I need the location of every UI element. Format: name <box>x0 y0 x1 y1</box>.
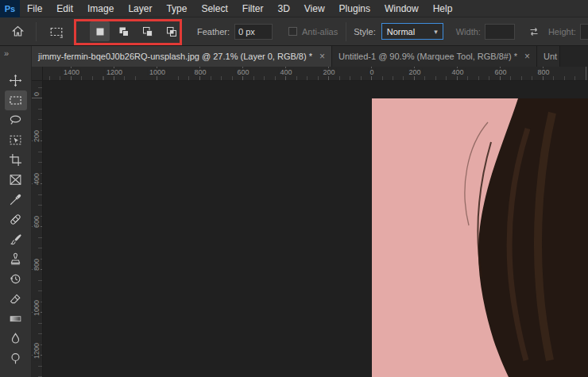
eraser-tool-icon <box>9 292 22 306</box>
history-brush-tool[interactable] <box>5 269 27 289</box>
tools-panel: » <box>0 46 32 377</box>
menu-layer[interactable]: Layer <box>121 0 159 17</box>
ruler-label: 600 <box>33 214 41 229</box>
gradient-tool-icon <box>9 312 22 325</box>
ruler-label: 200 <box>321 68 336 76</box>
swap-dimensions-icon <box>528 25 540 38</box>
crop-tool-icon <box>9 153 22 167</box>
new-selection-icon <box>94 25 106 38</box>
menu-image[interactable]: Image <box>80 0 121 17</box>
subtract-from-selection-icon <box>141 25 154 38</box>
add-to-selection-icon <box>118 25 130 38</box>
home-button[interactable] <box>6 21 29 42</box>
intersect-selection-icon <box>165 25 178 38</box>
anti-alias-checkbox[interactable] <box>288 27 297 36</box>
object-selection-tool-icon <box>9 133 22 147</box>
brush-tool[interactable] <box>5 229 27 249</box>
eyedropper-tool[interactable] <box>5 190 27 210</box>
photoshop-logo: Ps <box>0 0 20 17</box>
new-selection-button[interactable] <box>90 21 110 41</box>
tab-label: Untitled-1 @ 90.9% (Marquee Tool, RGB/8#… <box>338 52 517 61</box>
canvas-row: 0 200 400 600 800 1000 1200 <box>32 81 588 377</box>
options-separator <box>346 22 346 41</box>
close-icon[interactable]: × <box>524 51 530 62</box>
add-to-selection-button[interactable] <box>114 21 133 41</box>
ruler-label: 200 <box>407 68 422 76</box>
tool-list <box>5 71 27 368</box>
home-icon <box>11 25 25 38</box>
ruler-label: 0 <box>368 68 375 76</box>
tab-label: Unt <box>544 52 557 61</box>
ruler-label: 1400 <box>62 68 81 76</box>
height-input[interactable] <box>580 24 588 40</box>
toolbar-expand-button[interactable]: » <box>0 46 13 58</box>
width-label: Width: <box>456 27 481 37</box>
document-image[interactable] <box>372 98 588 377</box>
eyedropper-tool-icon <box>9 193 22 206</box>
tool-preset-picker[interactable] <box>44 21 69 42</box>
vertical-ruler[interactable]: 0 200 400 600 800 1000 1200 <box>32 81 43 377</box>
intersect-selection-button[interactable] <box>161 21 181 41</box>
rectangular-marquee-tool-icon <box>9 94 22 107</box>
ruler-label: 800 <box>192 68 207 76</box>
lasso-tool[interactable] <box>5 110 27 130</box>
rectangular-marquee-tool[interactable] <box>5 90 27 110</box>
frame-tool-icon <box>9 173 22 187</box>
brush-tool-icon <box>9 233 22 246</box>
tab-document-2[interactable]: Untitled-1 @ 90.9% (Marquee Tool, RGB/8#… <box>332 46 537 67</box>
subtract-from-selection-button[interactable] <box>137 21 157 41</box>
tool-options-bar: Feather: Anti-alias Style: Normal ▾ Widt… <box>0 17 588 46</box>
menu-help[interactable]: Help <box>426 0 460 17</box>
canvas[interactable] <box>43 81 588 377</box>
menu-file[interactable]: File <box>20 0 49 17</box>
ruler-label: 0 <box>33 90 41 98</box>
dodge-tool[interactable] <box>5 348 27 368</box>
width-input[interactable] <box>485 24 515 40</box>
clone-stamp-tool[interactable] <box>5 249 27 269</box>
object-selection-tool[interactable] <box>5 130 27 150</box>
gradient-tool[interactable] <box>5 309 27 329</box>
close-icon[interactable]: × <box>319 51 325 62</box>
ruler-label: 1200 <box>33 341 41 360</box>
menu-3d[interactable]: 3D <box>270 0 296 17</box>
clone-stamp-tool-icon <box>9 252 22 266</box>
menu-view[interactable]: View <box>297 0 332 17</box>
crop-tool[interactable] <box>5 150 27 170</box>
tab-document-3[interactable]: Unt <box>537 46 560 67</box>
options-separator <box>36 22 37 41</box>
ruler-label: 400 <box>33 171 41 187</box>
move-tool-icon <box>9 74 22 87</box>
style-label: Style: <box>354 27 376 37</box>
feather-input[interactable] <box>234 24 273 40</box>
tab-document-1[interactable]: jimmy-fermin-bqe0J0b26RQ-unsplash.jpg @ … <box>32 46 332 67</box>
eraser-tool[interactable] <box>5 289 27 309</box>
menu-plugins[interactable]: Plugins <box>332 0 377 17</box>
ruler-label: 600 <box>235 68 250 76</box>
ruler-label: 800 <box>536 68 551 76</box>
menu-filter[interactable]: Filter <box>235 0 271 17</box>
menu-edit[interactable]: Edit <box>49 0 80 17</box>
workspace: » <box>0 46 588 377</box>
blur-tool[interactable] <box>5 329 27 348</box>
frame-tool[interactable] <box>5 170 27 190</box>
ruler-label: 600 <box>493 68 508 76</box>
spot-healing-brush-tool[interactable] <box>5 210 27 229</box>
menu-window[interactable]: Window <box>377 0 426 17</box>
style-dropdown[interactable]: Normal ▾ <box>381 23 443 40</box>
chevron-down-icon: ▾ <box>434 28 438 36</box>
ruler-row: 1400 1200 1000 800 600 400 200 0 200 400… <box>32 67 588 81</box>
swap-dimensions-button[interactable] <box>523 21 545 42</box>
rectangular-marquee-icon <box>49 25 64 39</box>
feather-label: Feather: <box>197 27 230 37</box>
move-tool[interactable] <box>5 71 27 90</box>
menu-bar: Ps File Edit Image Layer Type Select Fil… <box>0 0 588 17</box>
menu-select[interactable]: Select <box>194 0 234 17</box>
tab-label: jimmy-fermin-bqe0J0b26RQ-unsplash.jpg @ … <box>38 52 312 61</box>
history-brush-tool-icon <box>9 272 22 286</box>
document-tabbar: jimmy-fermin-bqe0J0b26RQ-unsplash.jpg @ … <box>32 46 588 67</box>
horizontal-ruler[interactable]: 1400 1200 1000 800 600 400 200 0 200 400… <box>43 67 588 81</box>
height-label: Height: <box>548 27 576 37</box>
ruler-label: 1200 <box>105 68 124 76</box>
menu-type[interactable]: Type <box>159 0 194 17</box>
ruler-corner[interactable] <box>32 67 43 81</box>
